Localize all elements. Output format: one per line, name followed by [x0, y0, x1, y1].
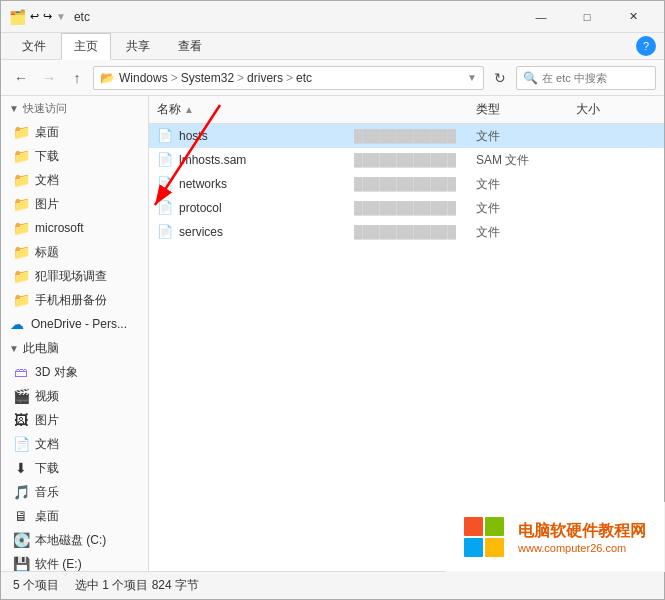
address-system32[interactable]: System32	[181, 71, 234, 85]
file-icon: 📄	[157, 152, 173, 168]
sidebar-this-pc[interactable]: ▼ 此电脑	[1, 336, 148, 360]
sidebar-label-pictures2: 图片	[35, 412, 59, 429]
sidebar-item-drive-c[interactable]: 💽 本地磁盘 (C:)	[1, 528, 148, 552]
sidebar-item-downloads1[interactable]: 📁 下载	[1, 144, 148, 168]
tab-view[interactable]: 查看	[165, 33, 215, 59]
file-type: 文件	[476, 200, 576, 217]
table-row[interactable]: 📄 hosts ████████████ 文件	[149, 124, 664, 148]
address-dropdown[interactable]: ▼	[467, 72, 477, 83]
sidebar-item-crime[interactable]: 📁 犯罪现场调查	[1, 264, 148, 288]
search-input[interactable]	[542, 72, 649, 84]
windows-logo	[464, 517, 504, 557]
file-icon: 📄	[157, 176, 173, 192]
file-date: ████████████	[354, 201, 476, 215]
sidebar-quick-access[interactable]: ▼ 快速访问	[1, 96, 148, 120]
file-name: protocol	[179, 201, 354, 215]
watermark-text: 电脑软硬件教程网 www.computer26.com	[518, 521, 646, 554]
address-drivers[interactable]: drivers	[247, 71, 283, 85]
file-type: 文件	[476, 176, 576, 193]
sidebar-label-microsoft: microsoft	[35, 221, 84, 235]
column-size[interactable]: 大小	[576, 101, 656, 118]
file-type: SAM 文件	[476, 152, 576, 169]
file-date: ████████████	[354, 225, 476, 239]
address-path[interactable]: 📂 Windows > System32 > drivers > etc ▼	[93, 66, 484, 90]
content-area: 名称 ▲ 类型 大小 📄 hosts ████████████ 文件	[149, 96, 664, 571]
back-button[interactable]: ←	[9, 66, 33, 90]
folder3d-icon: 🗃	[13, 364, 29, 380]
sidebar-item-phone[interactable]: 📁 手机相册备份	[1, 288, 148, 312]
search-box[interactable]: 🔍	[516, 66, 656, 90]
sidebar-item-microsoft[interactable]: 📁 microsoft	[1, 216, 148, 240]
sidebar-item-docs1[interactable]: 📁 文档	[1, 168, 148, 192]
pictures-icon: 🖼	[13, 412, 29, 428]
sidebar-label-drive-e: 软件 (E:)	[35, 556, 82, 572]
file-name: lmhosts.sam	[179, 153, 354, 167]
tab-file[interactable]: 文件	[9, 33, 59, 59]
file-date: ████████████	[354, 153, 476, 167]
sidebar-label-desktop2: 桌面	[35, 508, 59, 525]
sidebar-item-docs2[interactable]: 📄 文档	[1, 432, 148, 456]
sort-asc: ▲	[184, 104, 194, 115]
folder-icon: 📁	[13, 220, 29, 236]
table-row[interactable]: 📄 networks ████████████ 文件	[149, 172, 664, 196]
sidebar: ▼ 快速访问 📁 桌面 📁 下载 📁 文档 📁 图片 📁 microsof	[1, 96, 149, 571]
qat-redo[interactable]: ↪	[43, 10, 52, 23]
sidebar-label-music: 音乐	[35, 484, 59, 501]
sidebar-item-desktop1[interactable]: 📁 桌面	[1, 120, 148, 144]
folder-icon: 📁	[13, 148, 29, 164]
file-list-header: 名称 ▲ 类型 大小	[149, 96, 664, 124]
maximize-button[interactable]: □	[564, 1, 610, 33]
minimize-button[interactable]: —	[518, 1, 564, 33]
address-current[interactable]: etc	[296, 71, 312, 85]
ribbon: 文件 主页 共享 查看 ?	[1, 33, 664, 60]
address-icon: 📂	[100, 71, 115, 85]
onedrive-icon: ☁	[9, 316, 25, 332]
tab-share[interactable]: 共享	[113, 33, 163, 59]
column-type[interactable]: 类型	[476, 101, 576, 118]
sidebar-label-downloads1: 下载	[35, 148, 59, 165]
file-name: networks	[179, 177, 354, 191]
address-bar: ← → ↑ 📂 Windows > System32 > drivers > e…	[1, 60, 664, 96]
refresh-button[interactable]: ↻	[488, 66, 512, 90]
sidebar-item-downloads2[interactable]: ⬇ 下载	[1, 456, 148, 480]
sidebar-item-pictures1[interactable]: 📁 图片	[1, 192, 148, 216]
sidebar-item-title[interactable]: 📁 标题	[1, 240, 148, 264]
folder-icon: 📁	[13, 172, 29, 188]
sidebar-label-thispc: 此电脑	[23, 340, 59, 357]
sidebar-item-3d[interactable]: 🗃 3D 对象	[1, 360, 148, 384]
sidebar-item-pictures2[interactable]: 🖼 图片	[1, 408, 148, 432]
sidebar-label-docs1: 文档	[35, 172, 59, 189]
up-button[interactable]: ↑	[65, 66, 89, 90]
file-icon: 📄	[157, 224, 173, 240]
table-row[interactable]: 📄 services ████████████ 文件	[149, 220, 664, 244]
sidebar-label-video: 视频	[35, 388, 59, 405]
sidebar-label-title: 标题	[35, 244, 59, 261]
table-row[interactable]: 📄 lmhosts.sam ████████████ SAM 文件	[149, 148, 664, 172]
help-button[interactable]: ?	[636, 36, 656, 56]
sidebar-item-video[interactable]: 🎬 视频	[1, 384, 148, 408]
close-button[interactable]: ✕	[610, 1, 656, 33]
file-icon: 📄	[157, 128, 173, 144]
video-icon: 🎬	[13, 388, 29, 404]
forward-button[interactable]: →	[37, 66, 61, 90]
sidebar-item-onedrive[interactable]: ☁ OneDrive - Pers...	[1, 312, 148, 336]
sidebar-item-music[interactable]: 🎵 音乐	[1, 480, 148, 504]
drive-c-icon: 💽	[13, 532, 29, 548]
chevron-icon: ▼	[9, 103, 19, 114]
column-name[interactable]: 名称 ▲	[157, 101, 357, 118]
file-name: services	[179, 225, 354, 239]
watermark: 电脑软硬件教程网 www.computer26.com	[445, 502, 665, 572]
window-controls: — □ ✕	[518, 1, 656, 33]
sidebar-label-drive-c: 本地磁盘 (C:)	[35, 532, 106, 549]
status-bar: 5 个项目 选中 1 个项目 824 字节	[1, 571, 664, 599]
qat-icon1: 🗂️	[9, 9, 26, 25]
chevron-icon2: ▼	[9, 343, 19, 354]
sidebar-label-downloads2: 下载	[35, 460, 59, 477]
sidebar-item-desktop2[interactable]: 🖥 桌面	[1, 504, 148, 528]
tab-home[interactable]: 主页	[61, 33, 111, 60]
sidebar-item-drive-e[interactable]: 💾 软件 (E:)	[1, 552, 148, 571]
items-count: 5 个项目	[13, 577, 59, 594]
qat-undo[interactable]: ↩	[30, 10, 39, 23]
table-row[interactable]: 📄 protocol ████████████ 文件	[149, 196, 664, 220]
address-windows[interactable]: Windows	[119, 71, 168, 85]
